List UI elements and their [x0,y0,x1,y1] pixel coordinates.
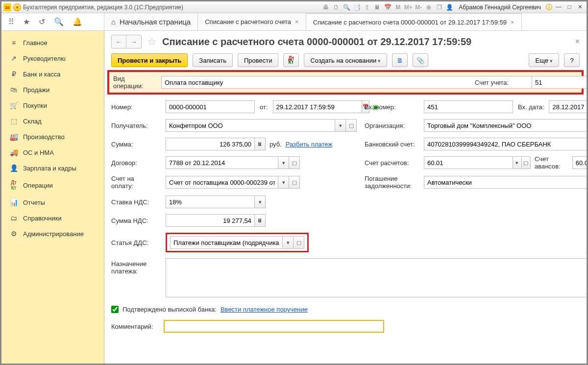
toolbar-calendar-icon[interactable]: 📅 [383,3,392,12]
open-button[interactable]: ▢ [346,119,357,132]
adv-acc-input[interactable] [572,156,587,169]
ext-number-input[interactable] [424,100,513,113]
close-form-button[interactable]: × [575,37,580,46]
toolbar-preview-icon[interactable]: 🗋 [332,3,341,12]
report-button[interactable]: 🗎 [392,53,408,67]
sidebar-item-warehouse[interactable]: ⬚Склад [1,113,104,129]
window-close[interactable]: ✕ [576,3,585,11]
dropdown-button[interactable]: ▾ [283,236,294,249]
sum-input[interactable] [166,138,255,150]
calculator-button[interactable]: 🖩 [255,138,266,150]
nav-buttons: ← → [111,35,142,49]
comment-label: Комментарий: [111,323,158,330]
dds-input[interactable] [170,236,283,249]
org-input[interactable] [424,119,587,132]
dropdown-button[interactable]: ▾ [278,176,289,189]
toolbar-mplus-icon[interactable]: M+ [404,3,413,12]
toolbar-m-icon[interactable]: M [393,3,402,12]
sidebar-item-bank[interactable]: ₽Банк и касса [1,66,104,82]
nav-forward-button[interactable]: → [126,35,141,48]
settle-acc-input[interactable] [424,156,513,169]
sidebar-item-catalogs[interactable]: 🗂Справочники [1,210,104,226]
toolbar-copy-icon[interactable]: 📑 [352,3,361,12]
info-icon[interactable]: ⓘ [546,3,552,12]
payee-label: Получатель: [111,122,158,129]
enter-payment-order-link[interactable]: Ввести платежное поручение [220,306,308,313]
operation-type-label: Вид операции: [113,75,153,90]
history-icon[interactable]: ↺ [39,17,45,26]
sidebar-item-purchases[interactable]: 🛒Покупки [1,97,104,113]
sidebar-item-salary[interactable]: 👤Зарплата и кадры [1,160,104,176]
toolbar-search-icon[interactable]: 🔍 [342,3,351,12]
window-minimize[interactable]: — [554,3,563,11]
invoice-input[interactable] [166,176,278,189]
dropdown-button[interactable]: ▾ [513,156,522,169]
comment-input[interactable] [164,320,384,333]
top-strip: ⠿ ★ ↺ 🔍 🔔 ⌂ Начальная страница Списание … [1,13,587,31]
apps-icon[interactable]: ⠿ [8,17,14,26]
close-icon[interactable]: × [511,19,514,26]
open-button[interactable]: ▢ [522,156,531,169]
help-button[interactable]: ? [564,53,580,67]
purpose-textarea[interactable] [166,258,587,297]
bars-icon: 📊 [9,198,18,206]
account-input[interactable] [532,76,587,89]
sidebar-item-operations[interactable]: ДтКтОперации [1,176,104,195]
bank-input[interactable] [424,138,587,150]
bank-confirm-label: Подтверждено выпиской банка: [122,306,217,313]
ext-date-input[interactable] [549,100,587,113]
payee-input[interactable] [166,119,335,132]
tab-doc-list[interactable]: Списание с расчетного счета × [198,13,306,30]
current-user[interactable]: Абрамов Геннадий Сергеевич [456,4,544,11]
sidebar-item-assets[interactable]: 🚚ОС и НМА [1,145,104,160]
post-button[interactable]: Провести [238,53,279,67]
dropdown-button[interactable]: ▾ [255,195,266,208]
purpose-label: Назначение платежа: [111,258,158,275]
dropdown-button[interactable]: ▾ [278,156,289,169]
sidebar-item-production[interactable]: 🏭Производство [1,129,104,145]
contract-input[interactable] [166,156,278,169]
sidebar-item-main[interactable]: ≡Главное [1,35,104,50]
favorite-star-icon[interactable]: ☆ [147,36,156,48]
repay-input[interactable] [424,176,587,189]
toolbar-windows-icon[interactable]: ❐ [435,3,443,12]
sum-label: Сумма: [111,141,158,148]
notifications-icon[interactable]: 🔔 [73,17,82,26]
bank-confirm-checkbox[interactable] [111,306,119,313]
window-maximize[interactable]: □ [565,3,574,11]
open-button[interactable]: ▢ [294,236,304,249]
number-input[interactable] [166,100,255,113]
toolbar-mminus-icon[interactable]: M- [414,3,423,12]
search-icon[interactable]: 🔍 [54,17,64,26]
more-button[interactable]: Еще [529,53,559,67]
tab-doc-current[interactable]: Списание с расчетного счета 0000-000001 … [306,13,522,30]
sidebar-item-manager[interactable]: ↗Руководителю [1,50,104,66]
toolbar-zoom-icon[interactable]: ⊕ [424,3,433,12]
sidebar-item-admin[interactable]: ⚙Администрирование [1,226,104,242]
create-based-on-button[interactable]: Создать на основании [304,53,387,67]
sidebar-item-label: Производство [23,133,65,141]
vat-sum-input[interactable] [166,214,255,227]
nav-back-button[interactable]: ← [112,35,126,48]
number-label: Номер: [111,103,158,111]
split-payment-link[interactable]: Разбить платеж [286,141,332,148]
sidebar-item-sales[interactable]: 🛍Продажи [1,82,104,97]
open-button[interactable]: ▢ [289,156,300,169]
date-input[interactable] [273,100,362,113]
tab-home[interactable]: ⌂ Начальная страница [104,13,198,30]
system-menu-drop[interactable]: ▾ [13,3,21,11]
calculator-button[interactable]: 🖩 [255,214,266,227]
post-and-close-button[interactable]: Провести и закрыть [111,53,188,67]
dtct-button[interactable]: ДтКт [283,53,299,67]
toolbar-calc-icon[interactable]: 🖩 [373,3,382,12]
vat-rate-input[interactable] [166,195,255,208]
toolbar-print-icon[interactable]: 🖶 [321,3,330,12]
sidebar-item-reports[interactable]: 📊Отчеты [1,195,104,210]
toolbar-upload-icon[interactable]: ⇪ [363,3,371,12]
dropdown-button[interactable]: ▾ [335,119,346,132]
attach-button[interactable]: 📎 [413,53,428,67]
close-icon[interactable]: × [295,18,299,25]
open-button[interactable]: ▢ [289,176,300,189]
write-button[interactable]: Записать [193,53,233,67]
favorites-icon[interactable]: ★ [23,17,30,26]
